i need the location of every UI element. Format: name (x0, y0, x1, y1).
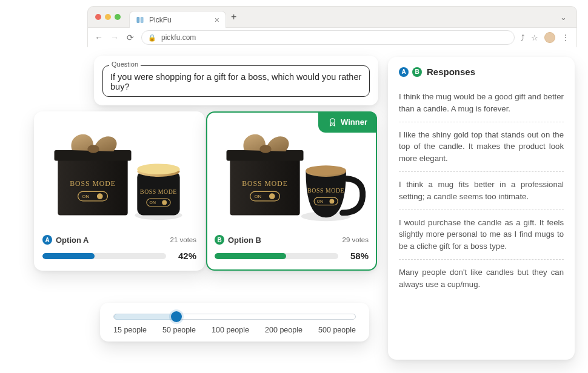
winner-label: Winner (341, 117, 367, 127)
responses-title: Responses (427, 67, 475, 77)
share-icon[interactable]: ⤴ (521, 33, 525, 42)
svg-point-8 (97, 193, 103, 199)
new-tab-button[interactable]: + (231, 12, 236, 22)
url-text: pickfu.com (161, 33, 196, 42)
tab-title: PickFu (149, 16, 172, 24)
slider-tick: 200 people (265, 326, 302, 334)
svg-point-17 (330, 119, 335, 124)
pickfu-favicon-icon (136, 16, 144, 24)
audience-slider[interactable] (113, 314, 356, 320)
back-icon[interactable]: ← (94, 33, 104, 42)
svg-point-24 (269, 193, 275, 199)
audience-slider-card: 15 people 50 people 100 people 200 peopl… (100, 303, 369, 342)
option-b-image: BOSS MODE ON BOSS MODE ON (215, 119, 369, 229)
option-b-percent: 58% (344, 251, 369, 261)
svg-point-12 (137, 163, 179, 174)
option-b-bar (215, 253, 338, 259)
tabs-dropdown-icon[interactable]: ⌄ (560, 13, 567, 22)
profile-avatar[interactable] (544, 32, 555, 43)
option-b-label: Option B (228, 236, 261, 245)
question-field[interactable]: Question If you were shopping for a gift… (102, 65, 370, 97)
slider-tick: 500 people (318, 326, 356, 334)
window-controls (95, 14, 121, 20)
tab-strip: PickFu × + ⌄ (88, 7, 576, 27)
maximize-window-icon[interactable] (115, 14, 121, 20)
forward-icon[interactable]: → (110, 33, 119, 42)
menu-icon[interactable]: ⋮ (561, 33, 570, 42)
responses-list: I think the mug would be a good gift and… (399, 84, 564, 297)
svg-point-31 (330, 199, 335, 204)
minimize-window-icon[interactable] (105, 14, 111, 20)
response-item: Many people don't like candles but they … (399, 260, 564, 297)
svg-text:ON: ON (317, 199, 323, 203)
slider-tick: 100 people (212, 326, 249, 334)
response-item: I like the shiny gold top that stands ou… (399, 122, 564, 172)
option-a-image: BOSS MODE ON BOSS MODE ON (42, 119, 196, 229)
svg-rect-0 (136, 17, 139, 23)
svg-point-16 (162, 200, 167, 205)
svg-text:ON: ON (82, 194, 89, 199)
responses-badge-b: B (412, 67, 422, 77)
response-item: I would purchase the candle as a gift. I… (399, 210, 564, 260)
close-window-icon[interactable] (95, 14, 101, 20)
medal-icon (328, 117, 337, 127)
address-bar-row: ← → ⟳ 🔒 pickfu.com ⤴ ☆ ⋮ (88, 27, 576, 47)
svg-text:BOSS MODE: BOSS MODE (70, 180, 116, 188)
svg-point-20 (259, 145, 272, 153)
response-item: I think the mug would be a good gift and… (399, 84, 564, 122)
browser-tab[interactable]: PickFu × (129, 11, 226, 28)
option-a-votes: 21 votes (170, 236, 196, 243)
reload-icon[interactable]: ⟳ (125, 33, 135, 42)
svg-point-4 (87, 145, 99, 153)
option-b-votes: 29 votes (342, 236, 369, 243)
question-text: If you were shopping for a gift for a bo… (110, 72, 362, 91)
slider-knob[interactable] (171, 311, 182, 322)
svg-text:BOSS MODE: BOSS MODE (242, 180, 288, 188)
lock-icon: 🔒 (148, 34, 156, 42)
option-b-badge: B (215, 235, 224, 245)
option-a-bar (42, 253, 166, 259)
svg-point-27 (306, 165, 346, 175)
responses-badge-a: A (399, 67, 409, 77)
option-a-card[interactable]: BOSS MODE ON BOSS MODE ON A Option A 21 … (34, 111, 205, 271)
tab-close-icon[interactable]: × (215, 16, 219, 24)
svg-text:BOSS MODE: BOSS MODE (140, 188, 177, 195)
svg-text:BOSS MODE: BOSS MODE (307, 187, 344, 194)
svg-text:ON: ON (254, 194, 261, 199)
slider-tick: 15 people (113, 326, 147, 334)
option-a-badge: A (42, 235, 52, 245)
slider-ticks: 15 people 50 people 100 people 200 peopl… (113, 326, 356, 334)
question-card: Question If you were shopping for a gift… (94, 56, 378, 105)
responses-card: A B Responses I think the mug would be a… (388, 57, 575, 360)
option-a-percent: 42% (172, 251, 196, 261)
response-item: I think a mug fits better in a professio… (399, 172, 564, 210)
svg-rect-1 (141, 17, 144, 23)
star-icon[interactable]: ☆ (531, 33, 538, 42)
winner-badge: Winner (318, 111, 377, 133)
question-label: Question (109, 61, 141, 68)
option-a-label: Option A (56, 236, 89, 245)
svg-text:ON: ON (150, 200, 156, 205)
browser-chrome: PickFu × + ⌄ ← → ⟳ 🔒 pickfu.com ⤴ ☆ ⋮ (87, 6, 577, 47)
address-bar[interactable]: 🔒 pickfu.com (141, 30, 515, 45)
slider-tick: 50 people (162, 326, 196, 334)
option-b-card[interactable]: Winner BOSS MODE ON BOSS MODE (206, 111, 377, 271)
